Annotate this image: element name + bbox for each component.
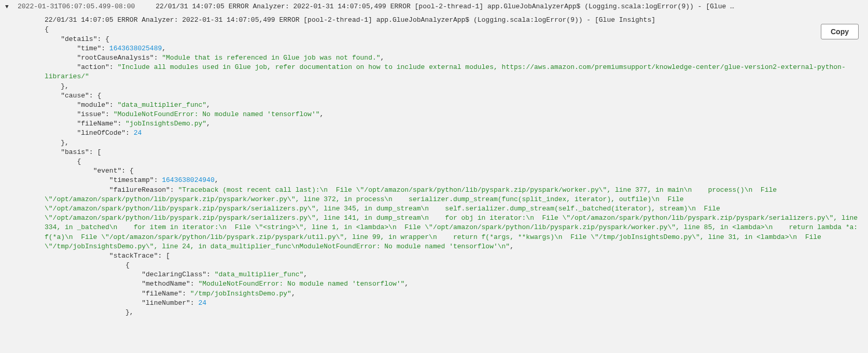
log-first-line: 22/01/31 14:07:05 ERROR Analyzer: 2022-0… bbox=[45, 16, 863, 25]
log-timestamp: 2022-01-31T06:07:05.499-08:00 bbox=[18, 2, 135, 11]
log-expanded-content: 22/01/31 14:07:05 ERROR Analyzer: 2022-0… bbox=[0, 13, 868, 322]
log-summary: 22/01/31 14:07:05 ERROR Analyzer: 2022-0… bbox=[156, 2, 863, 11]
log-row-header[interactable]: ▼ 2022-01-31T06:07:05.499-08:00 22/01/31… bbox=[0, 0, 868, 13]
log-json-body: { "details": { "time": 1643638025489, "r… bbox=[45, 25, 863, 317]
expand-toggle-icon[interactable]: ▼ bbox=[5, 3, 12, 11]
